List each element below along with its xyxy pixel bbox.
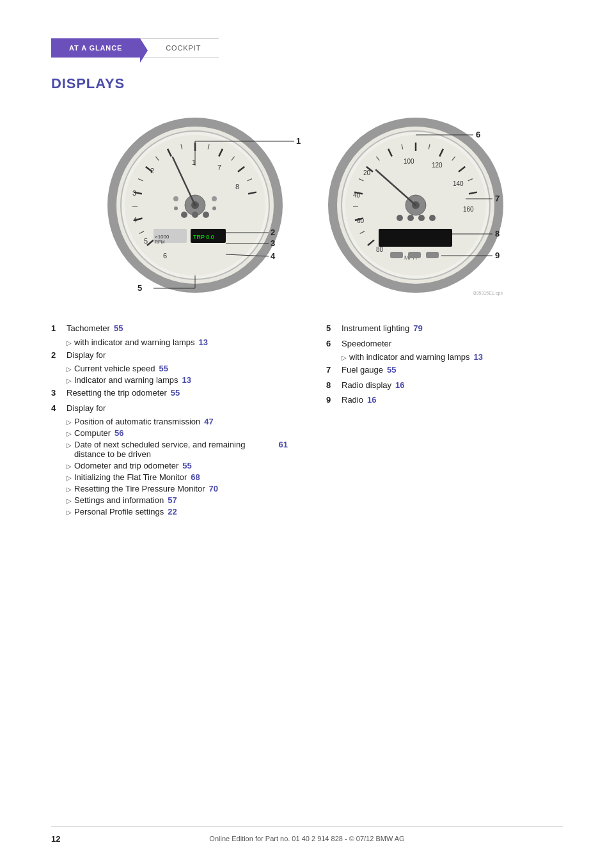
sub-label-page: 55 [182,461,191,470]
diagrams-row: 2 3 4 5 6 1 7 8 ×1000 RPM [51,106,563,304]
label-page: 16 [367,394,376,407]
svg-text:B95315E1.eps: B95315E1.eps [473,291,503,296]
arrow-icon: ▷ [67,419,72,426]
page-container: AT A GLANCE COCKPIT DISPLAYS [0,0,614,868]
arrow-icon: ▷ [67,486,72,493]
arrow-icon: ▷ [67,509,72,516]
label-page: 55 [114,322,123,335]
label-sub-item: ▷Computer56 [67,428,288,438]
sub-label-text: Settings and information [74,495,164,505]
sub-label-page: 57 [168,495,177,505]
arrow-icon: ▷ [67,430,72,437]
label-page: 55 [171,387,180,399]
label-item-7: 7Fuel gauge55 [326,364,563,376]
svg-rect-94 [426,252,439,258]
tab-active-label: AT A GLANCE [69,44,122,52]
arrow-icon: ▷ [67,442,72,449]
sub-label-page: 13 [474,352,483,362]
svg-text:2: 2 [150,167,154,174]
svg-text:4: 4 [133,216,137,224]
svg-text:160: 160 [463,206,474,213]
sub-label-text: with indicator and warning lamps [74,337,195,347]
svg-point-42 [212,206,216,210]
label-page: 16 [395,379,404,392]
labels-right-col: 5Instrument lighting796Speedometer▷with … [326,322,563,518]
tachometer-diagram: 2 3 4 5 6 1 7 8 ×1000 RPM [90,106,307,304]
label-num: 2 [51,349,63,362]
label-item-4: 4Display for [51,402,288,415]
svg-text:TRP 0.0: TRP 0.0 [193,234,214,240]
label-item-9: 9Radio16 [326,394,563,407]
sub-label-page: 13 [199,337,208,347]
svg-text:7: 7 [217,164,221,171]
tab-cockpit[interactable]: COCKPIT [140,38,219,58]
svg-text:8: 8 [235,183,239,190]
sub-label-page: 55 [159,364,168,373]
sub-label-text: with indicator and warning lamps [349,352,470,362]
sub-label-page: 56 [114,428,123,438]
label-sub-item: ▷with indicator and warning lamps13 [67,337,288,347]
sub-label-text: Resetting the Tire Pressure Monitor [74,484,205,493]
svg-text:8: 8 [495,229,500,238]
svg-text:20: 20 [363,169,371,176]
sub-label-page: 61 [279,440,288,449]
sub-label-text: Date of next scheduled service, and rema… [74,440,275,459]
footer: 12 Online Edition for Part no. 01 40 2 9… [51,826,563,842]
page-number: 12 [51,834,60,844]
sub-label-text: Indicator and warning lamps [74,375,178,385]
svg-point-39 [173,196,178,201]
sub-label-text: Position of automatic transmission [74,417,200,426]
label-text: Speedometer [342,337,391,350]
label-sub-item: ▷Odometer and trip odometer55 [67,461,288,470]
label-sub-item: ▷with indicator and warning lamps13 [342,352,563,362]
svg-text:140: 140 [453,180,464,187]
sub-label-text: Odometer and trip odometer [74,461,178,470]
arrow-icon: ▷ [342,354,347,361]
labels-left-col: 1Tachometer55▷with indicator and warning… [51,322,288,518]
header-nav: AT A GLANCE COCKPIT [51,38,563,58]
label-num: 7 [326,364,338,376]
sub-label-page: 13 [182,375,191,385]
label-sub-item: ▷Current vehicle speed55 [67,364,288,373]
svg-point-87 [397,215,403,221]
svg-point-40 [212,196,217,201]
label-num: 9 [326,394,338,407]
tab-inactive-label: COCKPIT [166,44,201,52]
label-text: Display for [67,402,106,415]
arrow-icon: ▷ [67,377,72,384]
label-num: 4 [51,402,63,415]
label-sub-item: ▷Personal Profile settings22 [67,507,288,516]
svg-text:9: 9 [495,251,500,260]
svg-rect-92 [390,252,403,258]
svg-text:7: 7 [495,194,500,203]
label-page: 79 [413,322,422,335]
label-sub-item: ▷Initializing the Flat Tire Monitor68 [67,472,288,482]
arrow-icon: ▷ [67,474,72,481]
svg-point-36 [181,212,187,218]
label-text: Radio [342,394,363,407]
label-text: Tachometer [67,322,110,335]
label-num: 5 [326,322,338,335]
svg-point-89 [418,215,425,221]
label-item-3: 3Resetting the trip odometer55 [51,387,288,399]
label-item-8: 8Radio display16 [326,379,563,392]
arrow-icon: ▷ [67,366,72,373]
svg-text:×1000: ×1000 [155,234,169,240]
arrow-icon: ▷ [67,463,72,470]
label-text: Instrument lighting [342,322,409,335]
svg-text:120: 120 [432,162,443,169]
label-item-2: 2Display for [51,349,288,362]
label-num: 1 [51,322,63,335]
svg-point-90 [429,215,436,221]
svg-text:3: 3 [132,189,136,197]
label-page: 55 [387,364,396,376]
label-item-5: 5Instrument lighting79 [326,322,563,335]
svg-text:5: 5 [138,283,142,293]
label-sub-item: ▷Resetting the Tire Pressure Monitor70 [67,484,288,493]
sub-label-page: 47 [204,417,213,426]
svg-point-88 [407,215,414,221]
tab-at-a-glance[interactable]: AT A GLANCE [51,38,140,58]
label-sub-item: ▷Date of next scheduled service, and rem… [67,440,288,459]
label-num: 8 [326,379,338,392]
label-num: 3 [51,387,63,399]
